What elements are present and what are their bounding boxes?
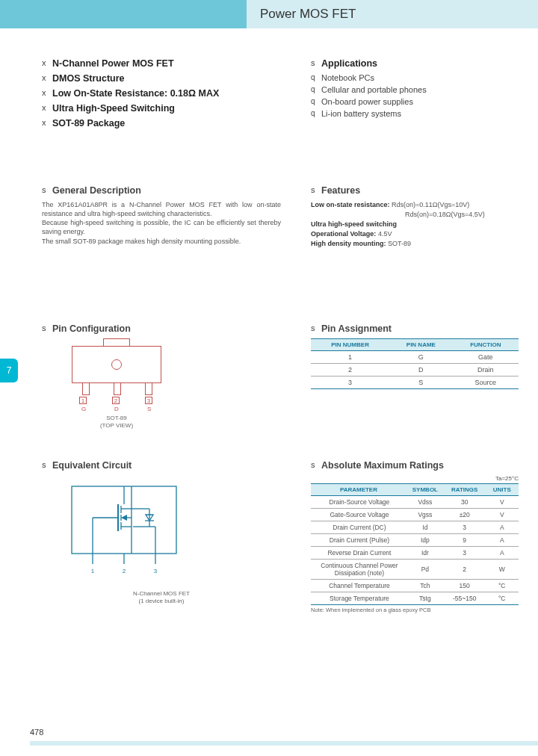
svg-marker-9 — [121, 515, 127, 521]
table-row: Drain Current (Pulse)Idp9A — [311, 534, 519, 547]
ratings-col-header: UNITS — [486, 484, 519, 496]
pin-assign-table: PIN NUMBER PIN NAME FUNCTION 1 G Gate 2 … — [311, 338, 519, 389]
feature-item: SOT-89 Package — [42, 118, 281, 128]
features-heading: Features — [311, 185, 519, 196]
header-bar: Power MOS FET — [0, 0, 538, 28]
pkg-label-line: (TOP VIEW) — [100, 422, 133, 429]
pin-col-header: PIN NUMBER — [311, 339, 389, 351]
svg-text:3: 3 — [154, 568, 158, 574]
ratings-temp: Ta=25°C — [311, 475, 519, 482]
pin-assign-heading: Pin Assignment — [311, 323, 519, 334]
app-item: Li-ion battery systems — [311, 109, 519, 118]
pin-col-header: PIN NAME — [389, 339, 452, 351]
footer-accent — [30, 741, 538, 746]
feature-item: N-Channel Power MOS FET — [42, 58, 281, 69]
svg-text:1: 1 — [91, 568, 95, 574]
feature-item: Low On-State Resistance: 0.18Ω MAX — [42, 88, 281, 99]
features-label: Low on-state resistance: — [311, 201, 390, 208]
page-number: 478 — [30, 728, 43, 737]
pin-config-diagram: 1 2 3 G D S SOT-89 (TOP VIEW) — [57, 338, 176, 432]
applications-list: Notebook PCs Cellular and portable phone… — [311, 73, 519, 118]
general-desc-text: The XP161A01A8PR is a N-Channel Power MO… — [42, 200, 281, 246]
table-row: Gate-Source VoltageVgss±20V — [311, 509, 519, 521]
header-left-accent — [0, 0, 247, 28]
eqcirc-heading: Equivalent Circuit — [42, 460, 281, 471]
main-features-list: N-Channel Power MOS FET DMOS Structure L… — [42, 58, 281, 128]
svg-text:2: 2 — [123, 568, 126, 574]
features-label: Operational Voltage: — [311, 230, 376, 238]
pin-col-header: FUNCTION — [453, 339, 519, 351]
header-title: Power MOS FET — [247, 0, 538, 28]
features-value: Rds(on)=0.18Ω(Vgs=4.5V) — [405, 211, 485, 218]
table-row: Drain Current (DC)Id3A — [311, 521, 519, 534]
app-item: On-board power supplies — [311, 97, 519, 106]
pin-config-heading: Pin Configuration — [42, 323, 281, 334]
applications-heading: Applications — [311, 58, 519, 69]
ratings-note: Note: When implemented on a glass epoxy … — [311, 607, 519, 613]
ratings-col-header: SYMBOL — [406, 484, 444, 496]
pin-number: 3 — [145, 397, 152, 404]
features-text: Low on-state resistance: Rds(on)=0.11Ω(V… — [311, 200, 519, 249]
pkg-label-line: SOT-89 — [106, 415, 127, 421]
ratings-col-header: RATINGS — [444, 484, 486, 496]
table-row: Storage TemperatureTstg-55~150°C — [311, 592, 519, 605]
table-row: 2 D Drain — [311, 364, 519, 377]
pin-number: 1 — [79, 397, 87, 404]
ratings-col-header: PARAMETER — [311, 484, 406, 496]
features-value: 4.5V — [378, 230, 392, 238]
app-item: Cellular and portable phones — [311, 85, 519, 94]
table-row: Drain-Source VoltageVdss30V — [311, 496, 519, 509]
eqcirc-diagram: 1 2 3 — [57, 478, 191, 590]
pin-letter: D — [114, 406, 119, 412]
ratings-table: PARAMETER SYMBOL RATINGS UNITS Drain-Sou… — [311, 483, 519, 605]
pin-letter: G — [81, 406, 86, 412]
features-label: High density mounting: — [311, 240, 386, 247]
eqcirc-label-line: N-Channel MOS FET — [133, 590, 190, 597]
pin-number: 2 — [112, 397, 120, 404]
ratings-heading: Absolute Maximum Ratings — [311, 460, 519, 471]
table-row: Continuous Channel Power Dissipation (no… — [311, 560, 519, 580]
features-value: SOT-89 — [388, 240, 411, 247]
features-value: Rds(on)=0.11Ω(Vgs=10V) — [392, 201, 469, 208]
pin-letter: S — [147, 406, 151, 412]
general-desc-heading: General Description — [42, 185, 281, 196]
eqcirc-label-line: (1 device built-in) — [139, 598, 185, 604]
table-row: Reverse Drain CurrentIdr3A — [311, 547, 519, 560]
feature-item: Ultra High-Speed Switching — [42, 103, 281, 114]
app-item: Notebook PCs — [311, 73, 519, 82]
features-label: Ultra high-speed switching — [311, 220, 397, 228]
feature-item: DMOS Structure — [42, 73, 281, 84]
table-row: 3 S Source — [311, 377, 519, 389]
table-row: Channel TemperatureTch150°C — [311, 580, 519, 592]
table-row: 1 G Gate — [311, 351, 519, 364]
